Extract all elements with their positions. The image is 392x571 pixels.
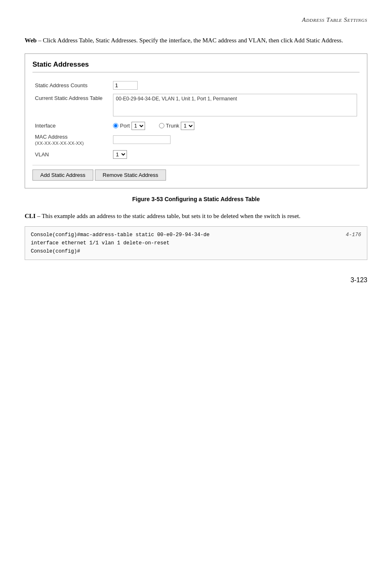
static-addresses-widget: Static Addresses Static Address Counts C… [25,53,367,188]
cli-paragraph: CLI – This example adds an address to th… [25,211,367,221]
vlan-row: VLAN 123 [32,148,360,161]
code-block: 4-176 Console(config)#mac-address-table … [25,226,367,260]
trunk-group: Trunk 1234 [159,122,195,130]
static-address-counts-input[interactable] [113,81,138,90]
cli-bold: CLI [25,213,36,219]
port-radio-label: Port [120,123,130,129]
current-table-label: Current Static Address Table [32,92,111,118]
mac-address-cell [111,132,360,148]
intro-rest: – Click Address Table, Static Addresses.… [37,37,343,44]
mac-address-label: MAC Address (XX-XX-XX-XX-XX-XX) [32,132,111,148]
current-table-cell: 00-E0-29-94-34-DE, VLAN 1, Unit 1, Port … [111,92,360,118]
header-title: Address Table Settings [302,16,367,23]
vlan-label: VLAN [32,148,111,161]
intro-paragraph: Web – Click Address Table, Static Addres… [25,36,367,45]
port-radio[interactable] [113,123,118,128]
static-address-counts-cell [111,79,360,92]
mac-address-input[interactable] [113,135,171,144]
button-row: Add Static Address Remove Static Address [32,165,360,181]
figure-caption: Figure 3-53 Configuring a Static Address… [25,196,367,202]
code-line-2: interface ethernet 1/1 vlan 1 delete-on-… [31,239,361,247]
static-address-counts-label: Static Address Counts [32,79,111,92]
mac-hint: (XX-XX-XX-XX-XX-XX) [35,141,84,146]
code-page-ref: 4-176 [346,231,361,239]
port-group: Port 1234 [113,122,145,130]
current-static-table-row: Current Static Address Table 00-E0-29-94… [32,92,360,118]
form-table: Static Address Counts Current Static Add… [32,79,360,161]
vlan-cell: 123 [111,148,360,161]
cli-rest: – This example adds an address to the st… [36,213,301,219]
trunk-radio[interactable] [159,123,164,128]
trunk-select[interactable]: 1234 [181,122,194,130]
interface-row: Interface Port 1234 Trunk 1234 [32,118,360,132]
add-static-address-button[interactable]: Add Static Address [32,169,93,181]
page-number: 3-123 [25,276,367,284]
code-line-1: Console(config)#mac-address-table static… [31,231,361,239]
interface-label: Interface [32,118,111,132]
remove-static-address-button[interactable]: Remove Static Address [95,169,166,181]
trunk-radio-label: Trunk [166,123,180,129]
port-select[interactable]: 1234 [131,122,145,130]
static-address-counts-row: Static Address Counts [32,79,360,92]
mac-address-row: MAC Address (XX-XX-XX-XX-XX-XX) [32,132,360,148]
widget-title: Static Addresses [32,60,360,72]
current-table-display: 00-E0-29-94-34-DE, VLAN 1, Unit 1, Port … [113,94,357,116]
code-line-3: Console(config)# [31,247,361,255]
page-header: Address Table Settings [25,16,367,23]
interface-controls: Port 1234 Trunk 1234 [111,118,360,132]
intro-bold: Web [25,37,37,44]
vlan-select[interactable]: 123 [113,150,127,159]
